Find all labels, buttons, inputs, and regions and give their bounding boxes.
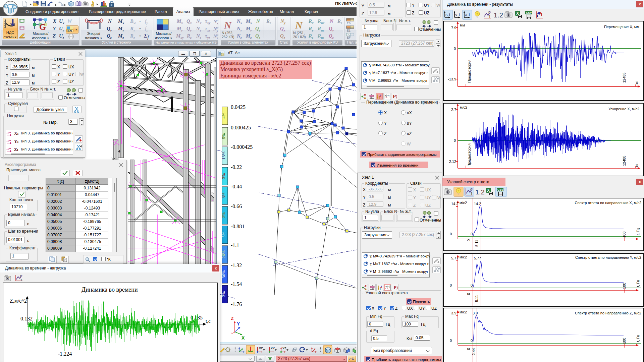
svg-text:1: 1 bbox=[20, 279, 22, 282]
svg-text:5.77: 5.77 bbox=[474, 256, 481, 260]
svg-text:t, Гц: t, Гц bbox=[636, 335, 640, 342]
svg-text:-1.76: -1.76 bbox=[231, 301, 242, 307]
svg-text:-0.66: -0.66 bbox=[231, 203, 242, 209]
svg-text:5.11: 5.11 bbox=[475, 240, 479, 247]
svg-text:-1.54: -1.54 bbox=[231, 281, 242, 287]
svg-text:0.000425: 0.000425 bbox=[231, 125, 251, 130]
svg-text:XZ: XZ bbox=[259, 347, 263, 350]
svg-text:0: 0 bbox=[450, 232, 452, 236]
svg-text:3%: 3% bbox=[221, 291, 226, 297]
svg-text:XY: XY bbox=[271, 347, 275, 350]
svg-text:0: 0 bbox=[454, 47, 456, 51]
svg-text:3%: 3% bbox=[221, 173, 226, 179]
svg-text:0: 0 bbox=[467, 348, 471, 350]
svg-text:YZ: YZ bbox=[282, 347, 286, 350]
svg-text:-0.22: -0.22 bbox=[231, 164, 242, 170]
svg-text:Y: Y bbox=[237, 321, 240, 326]
svg-text:2: 2 bbox=[20, 275, 21, 278]
svg-text:X: X bbox=[241, 335, 245, 341]
svg-text:-2.12: -2.12 bbox=[448, 160, 456, 164]
svg-text:м/с2: м/с2 bbox=[460, 255, 467, 259]
svg-text:4: 4 bbox=[118, 148, 120, 154]
svg-text:100: 100 bbox=[622, 283, 626, 289]
svg-text:-1.32: -1.32 bbox=[231, 262, 242, 268]
svg-text:м/с2: м/с2 bbox=[460, 201, 467, 205]
svg-text:0: 0 bbox=[471, 339, 473, 343]
svg-text:0: 0 bbox=[471, 283, 473, 287]
svg-text:100: 100 bbox=[622, 232, 626, 238]
svg-text:-1.1: -1.1 bbox=[231, 242, 239, 248]
svg-text:м/с2: м/с2 bbox=[460, 310, 467, 314]
svg-text:-1.224: -1.224 bbox=[58, 351, 72, 357]
svg-text:Спектр ответа по направлению Y: Спектр ответа по направлению Y, м/с2 bbox=[575, 255, 641, 259]
svg-text:26%: 26% bbox=[221, 250, 226, 258]
svg-text:0: 0 bbox=[467, 293, 471, 295]
svg-text:Z: Z bbox=[231, 316, 234, 321]
svg-text:-0.000425: -0.000425 bbox=[231, 144, 253, 150]
svg-text:Перемещение X, мм: Перемещение X, мм bbox=[604, 25, 639, 29]
svg-text:5%: 5% bbox=[221, 133, 226, 139]
svg-text:0: 0 bbox=[467, 239, 471, 241]
svg-text:Предыстория: Предыстория bbox=[467, 60, 471, 83]
svg-text:3.9: 3.9 bbox=[451, 311, 456, 315]
svg-text:E1: E1 bbox=[347, 29, 351, 32]
svg-text:2.44: 2.44 bbox=[472, 348, 476, 355]
svg-text:Предыстория: Предыстория bbox=[467, 143, 471, 167]
svg-text:P: P bbox=[393, 94, 396, 99]
svg-text:Z,м/с^2: Z,м/с^2 bbox=[10, 298, 27, 304]
svg-text:Мозаика ускорений а_X(G): Мозаика ускорений а_X(G) bbox=[220, 66, 283, 72]
svg-text:14.2: 14.2 bbox=[474, 202, 481, 206]
svg-text:м/с2: м/с2 bbox=[460, 105, 467, 109]
svg-text:EF: EF bbox=[347, 36, 351, 39]
svg-text:0: 0 bbox=[450, 283, 452, 287]
svg-text:5.77: 5.77 bbox=[451, 256, 458, 260]
svg-text:0: 0 bbox=[454, 138, 456, 142]
svg-text:0: 0 bbox=[450, 339, 452, 343]
svg-text:a(ω): a(ω) bbox=[385, 285, 390, 288]
svg-text:36%: 36% bbox=[221, 270, 226, 278]
svg-text:X: X bbox=[636, 81, 638, 85]
svg-text:t, Гц: t, Гц bbox=[636, 228, 640, 235]
svg-text:Единицы измерения - м/с2: Единицы измерения - м/с2 bbox=[220, 73, 281, 79]
svg-text:P: P bbox=[393, 285, 396, 290]
svg-text:7.9: 7.9 bbox=[451, 26, 456, 30]
svg-text:2.7: 2.7 bbox=[451, 108, 456, 112]
svg-text:3.9: 3.9 bbox=[473, 311, 478, 315]
svg-text:G: G bbox=[39, 22, 46, 31]
svg-text:t,c: t,c bbox=[206, 318, 211, 324]
svg-text:a(ω): a(ω) bbox=[385, 94, 389, 97]
svg-text:-0.44: -0.44 bbox=[231, 184, 242, 189]
svg-text:12488: 12488 bbox=[622, 156, 626, 166]
svg-text:Динамика во времени 2723 (27.2: Динамика во времени 2723 (27.257 сек) bbox=[220, 60, 311, 66]
svg-text:-0.881: -0.881 bbox=[231, 224, 245, 229]
svg-text:3%: 3% bbox=[221, 192, 226, 198]
svg-text:t, Гц: t, Гц bbox=[636, 280, 640, 287]
svg-text:X: X bbox=[636, 164, 638, 168]
svg-text:0.132: 0.132 bbox=[20, 316, 33, 321]
svg-text:100: 100 bbox=[622, 338, 626, 344]
svg-text:a(X): a(X) bbox=[67, 29, 72, 32]
svg-text:Ускорение X, м/с2: Ускорение X, м/с2 bbox=[608, 107, 639, 111]
svg-text:2%: 2% bbox=[221, 212, 226, 218]
svg-text:5.11: 5.11 bbox=[475, 295, 479, 302]
svg-text:13%: 13% bbox=[221, 152, 226, 160]
svg-text:14.2: 14.2 bbox=[451, 202, 458, 206]
svg-text:-13.9: -13.9 bbox=[448, 77, 456, 81]
svg-text:24: 24 bbox=[222, 54, 224, 56]
svg-text:t: t bbox=[380, 288, 381, 290]
svg-text:0: 0 bbox=[471, 232, 473, 236]
svg-text:4%: 4% bbox=[221, 113, 226, 119]
svg-text:Спектр ответа по направлению Z: Спектр ответа по направлению Z, м/с2 bbox=[575, 311, 641, 315]
svg-text:0.0425: 0.0425 bbox=[231, 104, 246, 110]
svg-text:5%: 5% bbox=[221, 232, 226, 238]
svg-text:Eo: Eo bbox=[347, 21, 351, 25]
svg-text:Спектр ответа по направлению X: Спектр ответа по направлению X, м/с2 bbox=[575, 201, 642, 205]
svg-text:12488: 12488 bbox=[622, 72, 626, 83]
svg-text:Динамика во времени: Динамика во времени bbox=[82, 286, 138, 293]
svg-text:мм: мм bbox=[460, 23, 465, 27]
svg-text:t: t bbox=[379, 97, 380, 99]
